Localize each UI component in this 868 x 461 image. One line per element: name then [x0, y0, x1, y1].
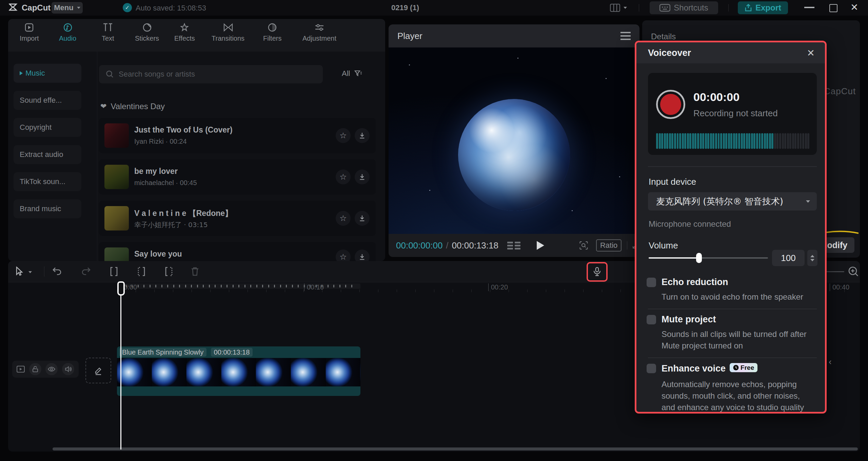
- volume-value-input[interactable]: 100: [772, 250, 805, 266]
- tab-audio[interactable]: Audio: [59, 23, 76, 42]
- sidebar-item-label: TikTok soun...: [20, 177, 65, 186]
- capcut-logo-icon: [9, 3, 19, 12]
- split-icon[interactable]: [108, 266, 119, 277]
- tab-text[interactable]: Text: [102, 23, 114, 42]
- horizontal-scrollbar[interactable]: [53, 447, 858, 450]
- search-input[interactable]: Search songs or artists: [99, 65, 323, 83]
- ratio-button[interactable]: Ratio: [596, 239, 622, 252]
- free-badge: Free: [730, 363, 757, 372]
- mute-project-checkbox[interactable]: [647, 315, 656, 324]
- timeline-clip[interactable]: Blue Earth Spinning Slowly 00:00:13:18: [117, 346, 360, 396]
- download-button[interactable]: [355, 211, 370, 226]
- media-tabs-bar: Import Audio Text Stickers Effects Trans…: [8, 19, 385, 52]
- trash-icon[interactable]: [190, 266, 200, 277]
- clip-duration: 00:00:13:18: [211, 348, 253, 357]
- sidebar-item-copyright[interactable]: Copyright: [14, 118, 81, 137]
- playhead-handle[interactable]: [117, 281, 125, 296]
- favorite-star-button[interactable]: ☆: [336, 249, 351, 261]
- volume-slider-track[interactable]: [649, 257, 768, 259]
- song-row[interactable]: V a l e n t i n e 【Redone】 幸子小姐拜托了 · 03:…: [99, 201, 376, 236]
- zoom-in-icon[interactable]: [848, 266, 859, 277]
- input-device-value: 麦克风阵列 (英特尔® 智音技术): [656, 196, 783, 207]
- stepper-up-icon[interactable]: [810, 255, 814, 257]
- enhance-voice-text: Enhance voice: [662, 363, 726, 374]
- sidebar-item-brand-music[interactable]: Brand music: [14, 199, 81, 218]
- sidebar-item-extract-audio[interactable]: Extract audio: [14, 145, 81, 164]
- enhance-voice-label: Enhance voiceFree: [662, 363, 757, 374]
- record-dot: [660, 94, 681, 115]
- tab-effects[interactable]: Effects: [174, 23, 195, 42]
- download-icon: [358, 253, 366, 261]
- volume-label: Volume: [649, 240, 678, 251]
- download-button[interactable]: [355, 128, 370, 143]
- delete-left-icon[interactable]: [136, 266, 147, 277]
- play-button[interactable]: [537, 241, 544, 250]
- close-button[interactable]: ✕: [850, 2, 858, 13]
- filter-all-button[interactable]: All: [342, 69, 362, 78]
- minimize-button[interactable]: [804, 7, 814, 8]
- tab-transitions[interactable]: Transitions: [212, 23, 244, 42]
- export-button[interactable]: Export: [738, 1, 788, 14]
- tab-label: Text: [102, 35, 114, 42]
- tab-filters[interactable]: Filters: [263, 23, 281, 42]
- player-title: Player: [397, 31, 422, 41]
- current-timecode: 00:00:00:00: [396, 240, 442, 251]
- player-header: Player: [389, 24, 639, 47]
- tab-import[interactable]: Import: [20, 23, 39, 42]
- volume-stepper[interactable]: [807, 250, 817, 266]
- volume-slider-thumb[interactable]: [696, 253, 702, 263]
- enhance-voice-checkbox[interactable]: [647, 364, 656, 373]
- clip-frame-thumbnail: [326, 358, 360, 386]
- voiceover-header[interactable]: Voiceover ✕: [636, 42, 825, 63]
- edit-cover-button[interactable]: [85, 358, 111, 383]
- hide-track-button[interactable]: [45, 363, 58, 375]
- download-button[interactable]: [355, 169, 370, 184]
- sidebar-item-label: Sound effe...: [20, 96, 62, 105]
- microphone-icon[interactable]: [593, 267, 601, 277]
- frame-view-icon[interactable]: [507, 242, 520, 249]
- voiceover-title: Voiceover: [648, 48, 691, 58]
- song-meta: 幸子小姐拜托了 · 03:15: [134, 220, 208, 229]
- lock-track-button[interactable]: [29, 363, 41, 375]
- enhance-voice-desc: Automatically remove echos, popping soun…: [662, 379, 814, 413]
- record-button[interactable]: [656, 90, 685, 119]
- chevron-down-icon: [806, 200, 810, 203]
- mute-track-button[interactable]: [62, 363, 74, 375]
- hamburger-menu-icon[interactable]: [620, 32, 631, 40]
- panel-collapse-chevron-icon[interactable]: ‹: [829, 357, 832, 367]
- select-tool-icon[interactable]: [15, 266, 24, 277]
- pencil-icon: [94, 366, 103, 375]
- sidebar-item-tiktok-sounds[interactable]: TikTok soun...: [14, 172, 81, 191]
- song-thumbnail: [104, 165, 129, 189]
- restore-button[interactable]: [829, 4, 837, 12]
- preview-focus-icon[interactable]: [579, 240, 588, 251]
- menu-button[interactable]: Menu: [52, 2, 83, 14]
- input-device-status: Microphone connected: [649, 219, 731, 229]
- undo-icon[interactable]: [52, 266, 62, 277]
- tab-stickers[interactable]: Stickers: [135, 23, 159, 42]
- record-voiceover-highlight: [587, 262, 608, 282]
- layout-switch-button[interactable]: [606, 3, 631, 13]
- stepper-down-icon[interactable]: [810, 259, 814, 261]
- track-type-video-icon[interactable]: [17, 366, 25, 373]
- song-row[interactable]: Say love you ☆: [99, 242, 376, 261]
- song-row[interactable]: Just the Two of Us (Cover) Iyan Rizki · …: [99, 118, 376, 153]
- favorite-star-button[interactable]: ☆: [336, 169, 351, 184]
- shortcuts-button[interactable]: Shortcuts: [650, 1, 718, 14]
- favorite-star-button[interactable]: ☆: [336, 211, 351, 226]
- delete-right-icon[interactable]: [163, 266, 174, 277]
- download-button[interactable]: [355, 249, 370, 261]
- favorite-star-button[interactable]: ☆: [336, 128, 351, 143]
- song-row[interactable]: be my lover michaelachel · 00:45 ☆: [99, 159, 376, 195]
- tab-adjustment[interactable]: Adjustment: [302, 23, 336, 42]
- select-tool-chevron-icon[interactable]: [28, 271, 32, 273]
- filter-all-label: All: [342, 69, 350, 78]
- playhead-line[interactable]: [120, 282, 121, 449]
- close-icon[interactable]: ✕: [807, 47, 815, 59]
- sidebar-item-sound-effects[interactable]: Sound effe...: [14, 91, 81, 110]
- input-device-select[interactable]: 麦克风阵列 (英特尔® 智音技术): [648, 192, 817, 211]
- heart-icon: ❤: [100, 102, 106, 111]
- sidebar-item-music[interactable]: Music: [14, 64, 81, 83]
- echo-reduction-checkbox[interactable]: [647, 278, 656, 287]
- redo-icon[interactable]: [81, 266, 91, 277]
